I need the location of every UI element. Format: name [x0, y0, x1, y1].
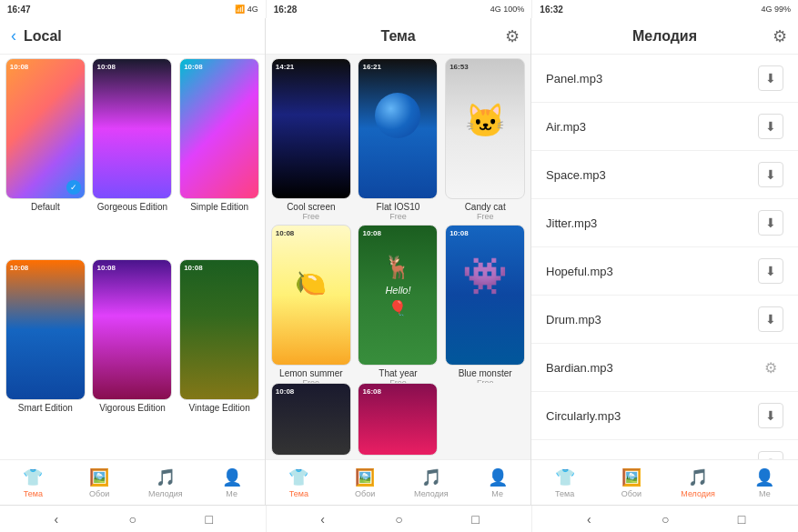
recents-sys-right[interactable]: □	[729, 509, 754, 529]
time-left: 16:47	[7, 5, 31, 15]
nav-oboi-label-right: Обои	[621, 489, 641, 498]
themes-grid: 10:08 ✓ Default 10:08 Gorgeous Edition	[0, 55, 265, 459]
melody-download-space[interactable]: ⬇	[758, 162, 783, 187]
system-nav: ‹ ○ □ ‹ ○ □ ‹ ○ □	[0, 505, 798, 532]
home-sys-mid[interactable]: ○	[387, 509, 412, 529]
home-sys-right[interactable]: ○	[652, 509, 678, 529]
back-button[interactable]: ‹	[11, 26, 16, 45]
theme-item-gorgeous[interactable]: 10:08 Gorgeous Edition	[91, 58, 175, 256]
melody-download-hopeful[interactable]: ⬇	[758, 258, 783, 284]
middle-panel: Тема ⚙ 14:21 Cool screen Free 16:21	[266, 18, 531, 505]
label-that-year: That year	[379, 368, 417, 378]
status-bars: 16:47 📶 4G 16:28 4G 100% 16:32 4G 99%	[0, 0, 798, 18]
theme-card-extra1[interactable]: 10:08	[269, 383, 353, 456]
nav-me-label-right: Ме	[759, 489, 771, 498]
back-sys-left[interactable]: ‹	[44, 509, 69, 529]
sys-nav-right: ‹ ○ □	[532, 506, 798, 532]
main-content: ‹ Local 10:08 ✓ Default 10:08	[0, 18, 798, 505]
melody-item-circularly[interactable]: Circularly.mp3 ⬇	[531, 392, 798, 440]
label-candy-cat: Candy cat	[465, 202, 506, 212]
melody-item-panel[interactable]: Panel.mp3 ⬇	[531, 55, 798, 103]
me-icon-left: 👤	[222, 467, 242, 487]
nav-me-label-left: Ме	[226, 489, 237, 498]
nav-oboi-left[interactable]: 🖼️ Обои	[66, 460, 133, 505]
tema-icon-right: 👕	[555, 467, 575, 487]
me-icon-right: 👤	[754, 467, 774, 487]
melody-settings-bardian[interactable]: ⚙	[758, 355, 783, 380]
melody-name-space: Space.mp3	[546, 168, 606, 182]
theme-card-candy-cat[interactable]: 16:53 🐱 Candy cat Free	[443, 58, 527, 221]
melody-name-jitter: Jitter.mp3	[546, 216, 597, 230]
nav-me-left[interactable]: 👤 Ме	[198, 460, 265, 505]
settings-icon-middle[interactable]: ⚙	[505, 26, 520, 46]
theme-item-simple[interactable]: 10:08 Simple Edition	[177, 58, 261, 256]
nav-me-right[interactable]: 👤 Ме	[732, 460, 798, 505]
melody-download-panel[interactable]: ⬇	[758, 65, 783, 91]
left-panel: ‹ Local 10:08 ✓ Default 10:08	[0, 18, 266, 505]
back-sys-right[interactable]: ‹	[576, 509, 601, 529]
thumb-blue-monster: 10:08 👾	[445, 225, 525, 366]
time-middle: 16:28	[274, 5, 298, 15]
melody-item-drum[interactable]: Drum.mp3 ⬇	[531, 296, 798, 344]
melody-item-jitter[interactable]: Jitter.mp3 ⬇	[531, 199, 798, 247]
melody-name-drum: Drum.mp3	[546, 313, 601, 326]
nav-tema-mid[interactable]: 👕 Тема	[266, 460, 332, 505]
melody-item-air[interactable]: Air.mp3 ⬇	[531, 103, 798, 151]
melodia-icon-mid: 🎵	[421, 467, 441, 487]
melody-item-hopeful[interactable]: Hopeful.mp3 ⬇	[531, 247, 798, 296]
theme-label-vintage: Vintage Edition	[189, 403, 250, 413]
theme-card-cool-screen[interactable]: 14:21 Cool screen Free	[269, 58, 353, 221]
theme-label-gorgeous: Gorgeous Edition	[97, 202, 167, 212]
melody-download-intangible[interactable]: ⬇	[758, 451, 783, 459]
home-sys-left[interactable]: ○	[120, 509, 146, 529]
melody-download-circularly[interactable]: ⬇	[758, 403, 783, 428]
back-sys-mid[interactable]: ‹	[310, 509, 336, 529]
melody-item-bardian[interactable]: Bardian.mp3 ⚙	[531, 344, 798, 392]
nav-tema-right[interactable]: 👕 Тема	[531, 460, 598, 505]
theme-thumb-vintage: 10:08	[179, 259, 259, 400]
theme-card-extra2[interactable]: 16:08	[357, 383, 440, 456]
sub-cool-screen: Free	[303, 212, 320, 221]
nav-tema-label-left: Тема	[24, 489, 43, 498]
recents-sys-mid[interactable]: □	[462, 509, 488, 529]
melody-download-drum[interactable]: ⬇	[758, 306, 783, 332]
tema-icon-mid: 👕	[288, 467, 308, 487]
label-cool-screen: Cool screen	[287, 202, 335, 212]
thumb-candy-cat: 16:53 🐱	[445, 58, 525, 199]
right-header: Мелодия ⚙	[531, 18, 798, 55]
settings-icon-right[interactable]: ⚙	[773, 26, 787, 46]
status-bar-middle: 16:28 4G 100%	[267, 0, 533, 18]
nav-melodia-left[interactable]: 🎵 Мелодия	[133, 460, 199, 505]
left-title: Local	[24, 28, 62, 45]
melody-name-bardian: Bardian.mp3	[546, 361, 613, 375]
theme-item-vigorous[interactable]: 10:08 Vigorous Edition	[91, 259, 175, 457]
nav-melodia-mid[interactable]: 🎵 Мелодия	[399, 460, 465, 505]
melody-download-air[interactable]: ⬇	[758, 114, 783, 139]
melody-item-space[interactable]: Space.mp3 ⬇	[531, 151, 798, 199]
theme-card-blue-monster[interactable]: 10:08 👾 Blue monster Free	[443, 225, 527, 383]
theme-item-vintage[interactable]: 10:08 Vintage Edition	[177, 259, 261, 457]
theme-thumb-gorgeous: 10:08	[92, 58, 172, 199]
nav-me-mid[interactable]: 👤 Ме	[464, 460, 530, 505]
theme-item-smart[interactable]: 10:08 Smart Edition	[4, 259, 87, 457]
theme-item-default[interactable]: 10:08 ✓ Default	[4, 58, 87, 256]
thumb-that-year: 10:08 🦌 Hello! 🎈	[358, 225, 438, 366]
theme-card-lemon-summer[interactable]: 10:08 🍋 Lemon summer Free	[269, 225, 353, 383]
left-header: ‹ Local	[0, 18, 265, 55]
right-title: Мелодия	[632, 28, 697, 45]
nav-melodia-label-right: Мелодия	[681, 489, 715, 498]
recents-sys-left[interactable]: □	[197, 509, 222, 529]
nav-tema-left[interactable]: 👕 Тема	[0, 460, 66, 505]
status-bar-left: 16:47 📶 4G	[0, 0, 267, 18]
melody-list: Panel.mp3 ⬇ Air.mp3 ⬇ Space.mp3 ⬇ Jitter…	[531, 55, 798, 459]
left-bottom-nav: 👕 Тема 🖼️ Обои 🎵 Мелодия 👤 Ме	[0, 459, 265, 505]
melody-item-intangible[interactable]: Intangible.mp3 ⬇	[531, 440, 798, 459]
tema-icon-left: 👕	[23, 467, 43, 487]
theme-card-that-year[interactable]: 10:08 🦌 Hello! 🎈 That year Free	[357, 225, 440, 383]
nav-oboi-mid[interactable]: 🖼️ Обои	[332, 460, 399, 505]
nav-melodia-right[interactable]: 🎵 Мелодия	[665, 460, 732, 505]
theme-card-flat-ios10[interactable]: 16:21 Flat IOS10 Free	[357, 58, 440, 221]
nav-oboi-right[interactable]: 🖼️ Обои	[598, 460, 664, 505]
theme-label-vigorous: Vigorous Edition	[99, 403, 166, 413]
melody-download-jitter[interactable]: ⬇	[758, 210, 783, 236]
